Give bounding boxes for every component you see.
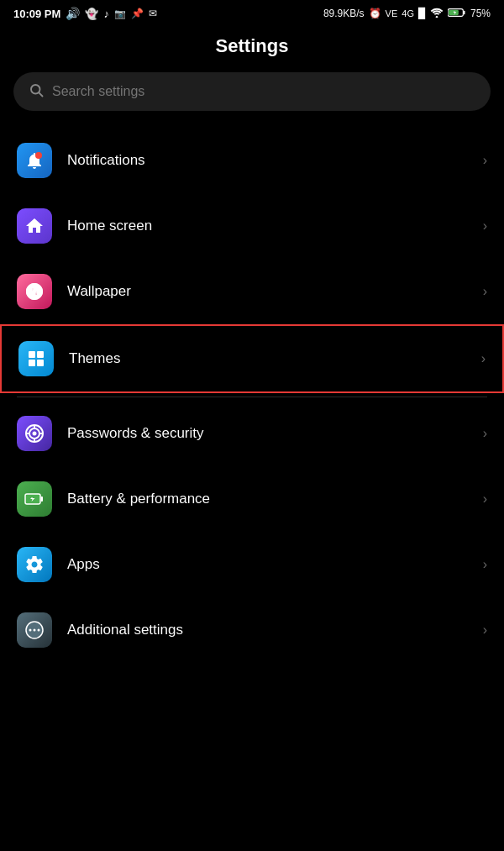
pin-icon: 📌 <box>131 8 144 19</box>
signal-4g-icon: 4G <box>402 8 414 18</box>
svg-rect-2 <box>464 10 465 13</box>
additional-chevron: › <box>483 622 487 638</box>
svg-rect-11 <box>37 351 44 358</box>
apps-icon-wrapper <box>17 547 52 582</box>
settings-item-passwords[interactable]: Passwords & security › <box>0 401 504 466</box>
home-chevron: › <box>483 218 487 234</box>
apps-chevron: › <box>483 557 487 572</box>
alarm-icon: ⏰ <box>369 8 381 19</box>
battery-label: Battery & performance <box>67 491 483 507</box>
signal-bars-icon: ▉ <box>418 8 426 19</box>
svg-rect-22 <box>41 496 44 502</box>
status-right: 89.9KB/s ⏰ VE 4G ▉ 75% <box>323 8 491 20</box>
search-container[interactable] <box>0 72 504 128</box>
settings-item-battery[interactable]: Battery & performance › <box>0 466 504 532</box>
settings-list: Notifications › Home screen › Wallpaper … <box>0 128 504 663</box>
svg-rect-13 <box>37 360 44 366</box>
vol-icon: VE <box>386 8 398 18</box>
divider-1 <box>17 397 487 397</box>
svg-point-16 <box>33 432 37 436</box>
svg-point-0 <box>436 16 438 18</box>
wallpaper-label: Wallpaper <box>67 283 483 300</box>
apps-label: Apps <box>67 556 483 573</box>
svg-line-5 <box>39 92 42 96</box>
instagram-icon: 📷 <box>114 8 126 19</box>
status-left: 10:09 PM 🔊 👻 ♪ 📷 📌 ✉ <box>13 7 157 20</box>
passwords-label: Passwords & security <box>67 425 483 442</box>
svg-point-6 <box>35 152 42 159</box>
snapchat-icon: 👻 <box>85 8 98 20</box>
settings-item-themes[interactable]: Themes › <box>0 324 504 393</box>
home-screen-label: Home screen <box>67 218 483 234</box>
settings-item-wallpaper[interactable]: Wallpaper › <box>0 259 504 324</box>
tiktok-icon: ♪ <box>103 8 109 20</box>
status-bar: 10:09 PM 🔊 👻 ♪ 📷 📌 ✉ 89.9KB/s ⏰ VE 4G ▉ <box>0 0 504 24</box>
notifications-icon-wrapper <box>17 143 52 178</box>
home-icon-wrapper <box>17 208 52 244</box>
battery-icon <box>448 8 466 20</box>
search-input[interactable] <box>52 84 475 99</box>
svg-rect-12 <box>29 360 35 366</box>
passwords-chevron: › <box>483 426 487 441</box>
settings-item-notifications[interactable]: Notifications › <box>0 128 504 193</box>
svg-point-26 <box>38 629 40 632</box>
wifi-icon <box>430 8 444 20</box>
settings-item-apps[interactable]: Apps › <box>0 532 504 597</box>
themes-icon-wrapper <box>18 341 54 376</box>
bottom-spacer <box>0 663 504 713</box>
battery-percent: 75% <box>470 8 491 19</box>
message-icon: ✉ <box>149 8 157 19</box>
page-header: Settings <box>0 24 504 72</box>
wallpaper-chevron: › <box>483 284 487 299</box>
notifications-chevron: › <box>483 153 487 168</box>
themes-chevron: › <box>481 351 486 366</box>
svg-rect-10 <box>29 351 35 358</box>
wallpaper-icon-wrapper <box>17 274 52 309</box>
settings-item-home-screen[interactable]: Home screen › <box>0 193 504 259</box>
svg-point-25 <box>34 629 36 632</box>
passwords-icon-wrapper <box>17 416 52 451</box>
search-bar[interactable] <box>13 72 491 111</box>
battery-icon-wrapper <box>17 481 52 517</box>
network-speed: 89.9KB/s <box>323 8 365 19</box>
themes-label: Themes <box>69 350 481 367</box>
page-title: Settings <box>0 35 504 57</box>
sound-icon: 🔊 <box>66 7 80 20</box>
settings-item-additional[interactable]: Additional settings › <box>0 597 504 663</box>
notifications-label: Notifications <box>67 152 483 169</box>
svg-point-24 <box>29 629 32 632</box>
status-time: 10:09 PM <box>13 8 60 20</box>
additional-icon-wrapper <box>17 612 52 648</box>
svg-point-9 <box>32 290 37 297</box>
search-icon <box>29 82 44 101</box>
additional-label: Additional settings <box>67 622 483 638</box>
battery-chevron: › <box>483 491 487 507</box>
